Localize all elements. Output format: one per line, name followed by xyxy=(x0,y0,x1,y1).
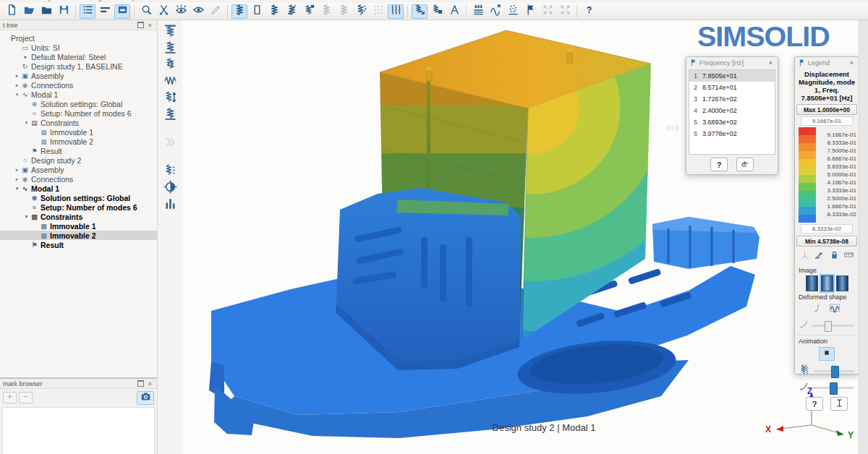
lock-icon[interactable] xyxy=(829,249,840,263)
tree-item[interactable]: ▸▣Assembly xyxy=(0,165,157,174)
tree-item[interactable]: Project xyxy=(0,33,157,43)
float-panel-icon[interactable] xyxy=(137,380,145,387)
frequency-mode-list[interactable]: 17.8505e+0128.5714e+0131.7267e+0242.4000… xyxy=(689,69,775,155)
vectors-icon[interactable] xyxy=(814,249,825,263)
beam-slider-button[interactable] xyxy=(830,397,848,411)
new-document-button[interactable] xyxy=(4,4,20,19)
frequency-mode-row[interactable]: 53.6893e+02 xyxy=(689,116,775,128)
tree-item[interactable]: ≈Setup: Number of modes 6 xyxy=(0,108,157,118)
legend-bottom-value[interactable]: 8.3333e-02 xyxy=(801,224,853,234)
image-style-3[interactable] xyxy=(836,275,848,291)
expand-arrow-icon[interactable]: ▸ xyxy=(14,176,20,182)
image-style-2-selected[interactable] xyxy=(821,275,833,291)
edit-connections-button[interactable] xyxy=(208,4,224,19)
menu-item[interactable]: Settings xyxy=(80,0,106,1)
expand-arrow-icon[interactable]: ▸ xyxy=(14,167,20,173)
connection-spring-faint-button[interactable] xyxy=(318,4,334,19)
project-tree-toggle-button[interactable] xyxy=(80,4,95,19)
expand-arrow-icon[interactable]: ▸ xyxy=(14,73,20,79)
help-button[interactable]: ? xyxy=(806,397,823,411)
review-visibility-button[interactable] xyxy=(173,4,189,19)
connection-spring-star-button[interactable] xyxy=(353,4,369,19)
result-reaction-button[interactable] xyxy=(522,4,538,19)
search-connections-button[interactable] xyxy=(138,4,154,19)
float-panel-icon[interactable] xyxy=(137,22,145,29)
gear-half-button[interactable] xyxy=(161,181,179,196)
close-panel-icon[interactable]: × xyxy=(146,380,154,387)
3d-viewport[interactable]: SIMSOLID Design study 2 | Modal 1 Z X Y … xyxy=(182,20,859,454)
frequency-mode-row[interactable]: 17.8505e+01 xyxy=(689,70,775,82)
capture-bookmark-button[interactable] xyxy=(137,391,154,405)
tree-item[interactable]: ▦Immovable 2 xyxy=(0,137,157,146)
import-folder-button[interactable] xyxy=(38,4,54,19)
show-all-button[interactable] xyxy=(190,4,206,19)
constraint-spring-hatch-button[interactable] xyxy=(161,25,179,40)
tree-item[interactable]: ▸▣Assembly xyxy=(0,71,157,80)
break-connections-button[interactable] xyxy=(156,4,171,19)
frequency-chart-button[interactable] xyxy=(161,197,179,213)
image-style-1[interactable] xyxy=(806,275,818,291)
tree-item[interactable]: ⚑Result xyxy=(0,146,157,155)
animation-stop-button[interactable] xyxy=(819,347,835,361)
expand-arrow-icon[interactable]: ▾ xyxy=(23,120,30,126)
bookmark-list[interactable] xyxy=(2,407,155,454)
spot-spring-arrow-button[interactable] xyxy=(412,4,427,19)
result-contact-button[interactable] xyxy=(470,4,486,19)
tree-item[interactable]: ⊛Solution settings: Global xyxy=(0,99,157,108)
legend-top-value[interactable]: 9.1667e-01 xyxy=(801,116,853,126)
help-button[interactable]: ? xyxy=(581,4,597,19)
tree-item[interactable]: ▾∿Modal 1 xyxy=(0,184,157,193)
tree-item[interactable]: ⊛Solution settings: Global xyxy=(0,193,157,202)
connection-spring-faint-2-button[interactable] xyxy=(336,4,352,19)
remove-bookmark-button[interactable] xyxy=(19,392,33,403)
menu-item[interactable]: Help xyxy=(122,0,137,1)
legend-panel[interactable]: Legend × DisplacementMagnitude, mode1, F… xyxy=(794,56,859,374)
frequency-mode-row[interactable]: 42.4000e+02 xyxy=(689,105,775,116)
connection-spring-button[interactable] xyxy=(231,4,247,19)
bookmark-tray-button[interactable] xyxy=(114,4,130,19)
deformed-scale-slider[interactable] xyxy=(812,325,854,327)
menu-item[interactable]: Analysis xyxy=(33,0,60,1)
tree-item[interactable]: ▪Default Material: Steel xyxy=(0,52,157,61)
constraint-spring-down-button[interactable] xyxy=(161,41,179,56)
close-icon[interactable]: × xyxy=(767,59,775,67)
ruler-icon[interactable] xyxy=(843,249,854,263)
grid-points-button[interactable] xyxy=(370,4,386,19)
expand-arrow-icon[interactable]: ▾ xyxy=(23,214,30,220)
frequency-dialog[interactable]: Frequency [Hz] × 17.8505e+0128.5714e+013… xyxy=(686,56,778,175)
frequency-dialog-header[interactable]: Frequency [Hz] × xyxy=(686,57,778,68)
animation-amplitude-slider[interactable] xyxy=(814,370,854,372)
legend-max-button[interactable]: Max 1.0000e+00 xyxy=(796,104,857,115)
frequency-mode-row[interactable]: 31.7267e+02 xyxy=(689,93,775,105)
expand-arrow-icon[interactable]: ▸ xyxy=(14,82,20,88)
collapse-view-button[interactable] xyxy=(540,4,556,19)
chevrons-button[interactable] xyxy=(161,136,179,151)
tree-item[interactable]: ▦Immovable 2 xyxy=(0,231,157,240)
save-button[interactable] xyxy=(56,4,72,19)
tree-item[interactable]: ▭Units: SI xyxy=(0,43,157,52)
constraint-spring-flat-button[interactable] xyxy=(161,108,179,123)
constraint-spring-gear-button[interactable] xyxy=(161,58,179,73)
open-folder-button[interactable] xyxy=(21,4,37,19)
connection-spring-slash-button[interactable] xyxy=(284,4,299,19)
spot-spring-lock-button[interactable] xyxy=(429,4,445,19)
connection-spring-2-button[interactable] xyxy=(266,4,282,19)
tree-item[interactable]: ↻Design study 1, BASELINE xyxy=(0,61,157,71)
connection-spring-flag-button[interactable] xyxy=(301,4,317,19)
tree-item[interactable]: ○Design study 2 xyxy=(0,155,157,165)
frequency-mode-row[interactable]: 28.5714e+01 xyxy=(689,82,775,93)
constraint-spring-arrows-button[interactable] xyxy=(161,91,179,106)
expand-arrow-icon[interactable]: ▾ xyxy=(14,186,20,192)
wave-icon[interactable] xyxy=(829,302,841,317)
result-points-button[interactable] xyxy=(505,4,521,19)
spring-dots-button[interactable] xyxy=(161,164,179,179)
modal-waves-button[interactable] xyxy=(388,4,404,19)
curve-icon[interactable] xyxy=(813,303,823,316)
tree-item[interactable]: ▦Immovable 1 xyxy=(0,127,157,137)
tree-item[interactable]: ▸◉Connections xyxy=(0,80,157,90)
measure-frame-button[interactable] xyxy=(446,4,462,19)
tree-item[interactable]: ≈Setup: Number of modes 6 xyxy=(0,202,157,212)
result-modes-button[interactable] xyxy=(488,4,503,19)
menu-item[interactable]: File xyxy=(6,0,17,1)
expand-view-button[interactable] xyxy=(557,4,573,19)
